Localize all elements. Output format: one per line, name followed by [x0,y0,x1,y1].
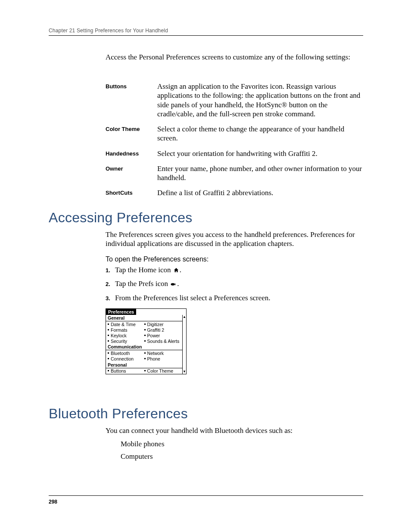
prefs-item: Digitizer [144,321,181,327]
preferences-panel: Preferences General Date & TimeDigitizer… [106,308,187,374]
list-item: Computers [121,452,165,461]
prefs-item: Buttons [108,368,144,374]
section-heading-bluetooth: Bluetooth Preferences [49,405,188,422]
definition-label: Buttons [106,82,157,90]
preferences-tab: Preferences [106,309,136,315]
definition-row: Color Theme Select a color theme to chan… [106,124,364,143]
svg-point-0 [171,283,175,286]
step-text: Tap the Home icon . [115,265,364,275]
scroll-up-icon: ▲ [183,315,186,319]
prefs-item: Graffiti 2 [144,327,181,333]
scrollbar: ▲ ▼ [182,315,186,374]
step-number: 3. [106,295,115,302]
step-item: 1. Tap the Home icon . [106,265,364,275]
definition-row: ShortCuts Define a list of Graffiti 2 ab… [106,188,364,197]
home-icon [174,266,179,275]
step-number: 2. [106,281,115,288]
intro-text: Access the Personal Preferences screens … [106,53,364,62]
prefs-item: Phone [144,356,181,362]
definitions-list: Buttons Assign an application to the Fav… [106,82,364,198]
svg-rect-1 [174,284,176,284]
prefs-item: Formats [108,327,144,333]
definition-label: Color Theme [106,124,157,133]
prefs-group-heading: Communication [106,344,182,350]
prefs-group-heading: Personal [106,362,182,368]
prefs-item: Network [144,350,181,356]
prefs-item: Keylock [108,333,144,338]
definition-label: Owner [106,164,157,172]
prefs-item: Date & Time [108,321,144,327]
prefs-group-heading: General [106,315,182,321]
bluetooth-list: Mobile phones Computers [121,439,165,465]
page-number: 298 [49,499,57,505]
prefs-item: Power [144,333,181,338]
prefs-icon [171,280,176,289]
step-text: From the Preferences list select a Prefe… [115,293,364,302]
prefs-item: Bluetooth [108,350,144,356]
scroll-down-icon: ▼ [183,370,186,373]
header-rule [49,35,363,36]
list-item: Mobile phones [121,439,165,448]
definition-text: Select a color theme to change the appea… [157,124,364,143]
step-item: 3. From the Preferences list select a Pr… [106,293,364,302]
bluetooth-intro: You can connect your handheld with Bluet… [106,426,364,435]
prefs-item: Sounds & Alerts [144,338,181,344]
definition-label: Handedness [106,149,157,157]
definition-text: Select your orientation for handwriting … [157,149,364,158]
steps-list: 1. Tap the Home icon . 2. Tap the Prefs … [106,265,364,307]
definition-row: Buttons Assign an application to the Fav… [106,82,364,118]
prefs-item: Connection [108,356,144,362]
section-heading-accessing: Accessing Preferences [49,209,193,226]
definition-row: Owner Enter your name, phone number, and… [106,164,364,183]
running-head: Chapter 21 Setting Preferences for Your … [49,28,168,34]
step-item: 2. Tap the Prefs icon . [106,279,364,289]
prefs-item: Security [108,338,144,344]
definition-row: Handedness Select your orientation for h… [106,149,364,158]
accessing-intro: The Preferences screen gives you access … [106,230,364,249]
step-text: Tap the Prefs icon . [115,279,364,289]
definition-label: ShortCuts [106,188,157,196]
footer-rule [49,495,363,496]
svg-rect-2 [174,285,176,285]
definition-text: Enter your name, phone number, and other… [157,164,364,183]
definition-text: Define a list of Graffiti 2 abbreviation… [157,188,364,197]
prefs-item: Color Theme [144,368,181,374]
definition-text: Assign an application to the Favorites i… [157,82,364,118]
steps-heading: To open the Preferences screens: [106,255,209,264]
step-number: 1. [106,267,115,274]
